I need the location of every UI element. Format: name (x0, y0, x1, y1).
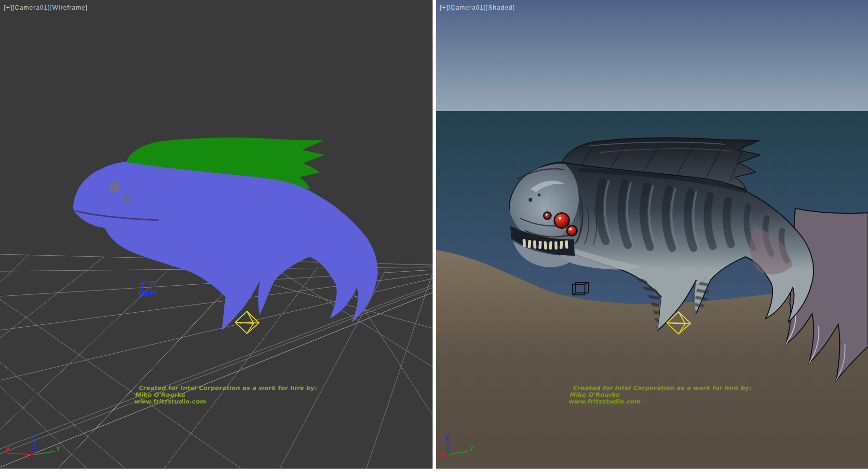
watermark-line1: Created for Intel Corporation as a work … (138, 385, 318, 391)
nostril (529, 198, 532, 202)
axis-y-label: y (56, 444, 60, 451)
viewport-label-shaded[interactable]: [+][Camera01][Shaded] (440, 4, 515, 11)
nostril (538, 194, 541, 196)
shaded-canvas: Created for Intel Corporation as a work … (436, 0, 868, 469)
eye-dot (123, 195, 131, 203)
axis-x-label: x (436, 445, 438, 452)
eye-dot (109, 182, 120, 193)
viewport-border-bottom (0, 469, 868, 472)
watermark-line3: www.fritzstudio.com (134, 399, 207, 405)
dual-viewport-stage: Created for Intel Corporation as a work … (0, 0, 868, 472)
axis-z-label: z (446, 434, 449, 441)
wireframe-canvas: Created for Intel Corporation as a work … (0, 0, 433, 469)
axis-x-label: x (6, 445, 10, 452)
viewport-wireframe[interactable]: Created for Intel Corporation as a work … (0, 0, 433, 469)
viewport-label-wireframe[interactable]: [+][Camera01][Wireframe] (4, 4, 88, 11)
watermark-line2: Mike O'Rourke (135, 392, 186, 399)
watermark-line1: Created for Intel Corporation as a work … (573, 385, 752, 391)
axis-z-label: z (32, 434, 36, 441)
viewport-splitter-vertical[interactable] (433, 0, 436, 469)
watermark-line2: Mike O'Rourke (570, 392, 621, 399)
axis-y-label: y (470, 444, 474, 451)
watermark-line3: www.fritzstudio.com (569, 399, 641, 405)
sky (436, 0, 868, 111)
viewport-shaded[interactable]: Created for Intel Corporation as a work … (436, 0, 868, 469)
